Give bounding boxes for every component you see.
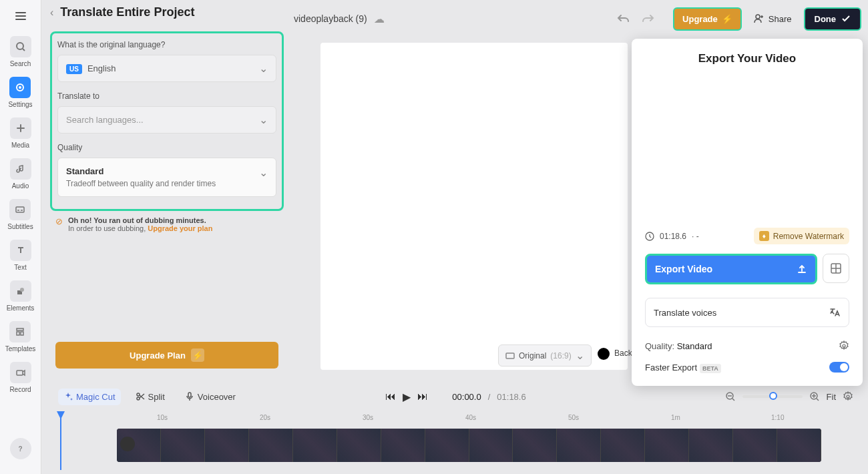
rail-record[interactable]: Record	[9, 362, 31, 393]
warning-message: ⊘ Oh no! You ran out of dubbing minutes.…	[50, 216, 284, 232]
chevron-down-icon: ⌄	[259, 166, 268, 188]
rail-label: Templates	[5, 345, 36, 352]
next-button[interactable]: ⏭	[417, 391, 428, 403]
svg-point-10	[756, 15, 760, 19]
translate-to-select[interactable]: Search languages... ⌄	[57, 106, 276, 134]
svg-point-5	[20, 288, 24, 292]
panel-title: Translate Entire Project	[60, 5, 194, 19]
back-icon[interactable]: ‹	[50, 7, 53, 19]
upgrade-label: Upgrade	[682, 14, 718, 24]
upgrade-plan-label: Upgrade Plan	[130, 350, 186, 361]
rail-help[interactable]: ?	[10, 438, 31, 462]
original-language-select[interactable]: USEnglish ⌄	[57, 55, 276, 82]
zoom-in-button[interactable]	[809, 391, 820, 402]
export-video-label: Export Video	[655, 264, 712, 274]
search-icon	[15, 41, 26, 52]
chevron-down-icon: ⌄	[259, 62, 268, 75]
svg-rect-11	[506, 353, 514, 359]
voiceover-button[interactable]: Voiceover	[180, 389, 241, 405]
magic-cut-button[interactable]: Magic Cut	[58, 389, 121, 405]
voiceover-label: Voiceover	[198, 392, 236, 402]
fit-button[interactable]: Fit	[827, 392, 836, 402]
sparkle-icon	[63, 392, 73, 401]
translate-voices-label: Translate voices	[654, 308, 716, 318]
ruler-tick: 50s	[568, 414, 579, 421]
timeline-settings-button[interactable]	[843, 391, 853, 402]
shapes-icon	[16, 286, 25, 296]
cloud-icon: ☁	[374, 13, 385, 25]
time-current: 00:00.0	[452, 392, 481, 402]
project-name[interactable]: videoplayback (9)	[294, 13, 367, 24]
video-track[interactable]	[117, 429, 821, 462]
export-video-button[interactable]: Export Video	[645, 254, 817, 284]
upgrade-button[interactable]: Upgrade ⚡	[673, 7, 742, 31]
export-quality-row[interactable]: Quality: Standard	[645, 340, 849, 351]
translate-to-placeholder: Search languages...	[66, 115, 144, 125]
timeline-toolbar: Magic Cut Split Voiceover ⏮ ▶ ⏭ 00:00.0 …	[50, 385, 861, 409]
time-total: 01:18.6	[497, 392, 525, 402]
translate-icon	[829, 306, 841, 318]
redo-button[interactable]	[638, 9, 657, 28]
rail-subtitles[interactable]: Subtitles	[7, 199, 33, 230]
share-button[interactable]: Share	[746, 8, 800, 29]
split-button[interactable]: Split	[130, 389, 170, 405]
upgrade-link[interactable]: Upgrade your plan	[148, 224, 212, 232]
check-icon	[841, 14, 851, 23]
timeline[interactable]: 10s 20s 30s 40s 50s 1m 1:10	[50, 411, 861, 471]
quality-select[interactable]: Standard Tradeoff between quality and re…	[57, 158, 276, 197]
remove-watermark-button[interactable]: ♦ Remove Watermark	[754, 228, 849, 244]
layout-icon	[830, 262, 842, 274]
scissors-icon	[136, 392, 145, 401]
rail-elements[interactable]: Elements	[7, 280, 35, 312]
rail-templates[interactable]: Templates	[5, 321, 36, 352]
aspect-ratio-select[interactable]: Original (16:9) ⌄	[498, 344, 592, 367]
ruler-tick: 1:10	[771, 414, 784, 421]
bolt-icon: ⚡	[722, 14, 732, 24]
rail-settings[interactable]: Settings	[8, 77, 32, 108]
ruler-tick: 20s	[260, 414, 270, 421]
gear-icon[interactable]	[839, 340, 849, 351]
chevron-down-icon: ⌄	[576, 349, 584, 362]
prev-button[interactable]: ⏮	[385, 391, 396, 403]
play-button[interactable]: ▶	[403, 391, 411, 403]
music-icon	[16, 164, 25, 174]
quality-label: Quality	[57, 143, 276, 152]
rail-text[interactable]: Text	[10, 240, 31, 271]
aspect-icon	[505, 352, 515, 359]
mic-icon	[185, 392, 194, 401]
done-button[interactable]: Done	[804, 7, 862, 31]
faster-export-toggle[interactable]	[829, 362, 849, 373]
warning-icon: ⊘	[55, 216, 63, 232]
rail-audio[interactable]: Audio	[10, 158, 31, 190]
original-language-value: English	[87, 63, 116, 73]
plus-icon	[16, 124, 25, 133]
background-color-swatch[interactable]	[598, 348, 610, 360]
translate-voices-button[interactable]: Translate voices	[645, 298, 849, 327]
subtitles-icon	[15, 205, 25, 214]
quality-sub: Tradeoff between quality and render time…	[66, 179, 216, 188]
translate-settings-box: What is the original language? USEnglish…	[50, 31, 284, 211]
settings-icon	[15, 83, 25, 92]
share-label: Share	[769, 14, 792, 24]
svg-point-0	[17, 43, 23, 49]
svg-rect-8	[21, 332, 23, 335]
svg-rect-7	[17, 332, 19, 335]
text-icon	[16, 246, 25, 255]
rail-label: Record	[9, 386, 31, 393]
rail-search[interactable]: Search	[10, 36, 31, 67]
export-options-button[interactable]	[823, 254, 849, 283]
menu-button[interactable]	[14, 9, 27, 23]
remove-watermark-label: Remove Watermark	[773, 232, 844, 241]
upgrade-plan-button[interactable]: Upgrade Plan ⚡	[55, 342, 278, 369]
video-canvas[interactable]	[320, 43, 628, 370]
aspect-ratio: (16:9)	[550, 351, 571, 361]
zoom-out-button[interactable]	[725, 391, 736, 402]
duration-row: 01:18.6 · - ♦ Remove Watermark	[645, 228, 849, 244]
top-bar: videoplayback (9) ☁ Upgrade ⚡ Share Done	[294, 5, 861, 32]
undo-button[interactable]	[614, 9, 633, 28]
svg-point-2	[19, 86, 21, 89]
zoom-slider[interactable]	[742, 395, 803, 398]
rail-media[interactable]: Media	[10, 117, 31, 149]
svg-point-20	[847, 395, 849, 398]
done-label: Done	[815, 14, 837, 24]
